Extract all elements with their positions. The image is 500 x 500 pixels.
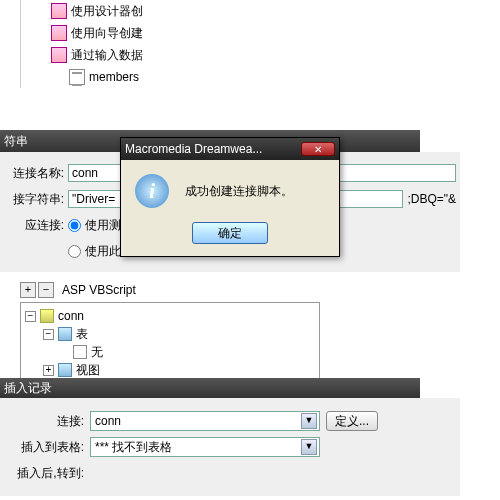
p4-conn-label: 连接: (4, 413, 84, 430)
conn-string-suffix: ;DBQ="& (407, 192, 456, 206)
conn-label: conn (58, 309, 84, 323)
should-connect-label: 应连接: (4, 217, 64, 234)
input-data-item[interactable]: 通过输入数据 (51, 44, 220, 66)
folder-icon (58, 327, 72, 341)
item-label: members (89, 70, 139, 84)
wizard-icon (51, 25, 67, 41)
close-icon[interactable]: ✕ (301, 142, 335, 156)
database-icon (40, 309, 54, 323)
db-objects-panel: 使用设计器创 使用向导创建 通过输入数据 members (20, 0, 220, 88)
use-test-radio[interactable] (68, 219, 81, 232)
radio1-label: 使用测 (85, 217, 121, 234)
collapse-icon[interactable]: − (25, 311, 36, 322)
chevron-down-icon[interactable]: ▼ (301, 439, 317, 455)
wizard-icon (51, 47, 67, 63)
radio2-label: 使用此 (85, 243, 121, 260)
tables-node[interactable]: −表 (43, 325, 315, 343)
tables-label: 表 (76, 326, 88, 343)
conn-string-label: 接字符串: (4, 191, 64, 208)
designer-create-item[interactable]: 使用设计器创 (51, 0, 220, 22)
none-label: 无 (91, 344, 103, 361)
chevron-down-icon[interactable]: ▼ (301, 413, 317, 429)
item-label: 使用设计器创 (71, 3, 143, 20)
folder-icon (58, 363, 72, 377)
insert-record-title: 插入记录 (0, 378, 420, 398)
use-this-radio[interactable] (68, 245, 81, 258)
expand-icon[interactable]: + (43, 365, 54, 376)
bindings-panel: + − ASP VBScript −conn −表 无 +视图 +预存过程 (20, 280, 320, 388)
collapse-icon[interactable]: − (43, 329, 54, 340)
none-node[interactable]: 无 (73, 343, 315, 361)
insert-record-form: 连接: conn▼ 定义... 插入到表格: *** 找不到表格▼ 插入后,转到… (0, 398, 460, 496)
conn-select-value: conn (95, 414, 121, 428)
views-node[interactable]: +视图 (43, 361, 315, 379)
ok-button[interactable]: 确定 (192, 222, 268, 244)
script-type-label: ASP VBScript (62, 283, 136, 297)
p4-table-label: 插入到表格: (4, 439, 84, 456)
conn-tree: −conn −表 无 +视图 +预存过程 (20, 302, 320, 388)
conn-node[interactable]: −conn (25, 307, 315, 325)
table-select-value: *** 找不到表格 (95, 439, 172, 456)
wizard-create-item[interactable]: 使用向导创建 (51, 22, 220, 44)
dialog-titlebar[interactable]: Macromedia Dreamwea... ✕ (121, 138, 339, 160)
table-members-item[interactable]: members (69, 66, 220, 88)
info-icon (135, 174, 169, 208)
table-select[interactable]: *** 找不到表格▼ (90, 437, 320, 457)
dialog-title: Macromedia Dreamwea... (125, 142, 262, 156)
views-label: 视图 (76, 362, 100, 379)
conn-select[interactable]: conn▼ (90, 411, 320, 431)
item-label: 使用向导创建 (71, 25, 143, 42)
sheet-icon (73, 345, 87, 359)
define-button[interactable]: 定义... (326, 411, 378, 431)
remove-button[interactable]: − (38, 282, 54, 298)
success-dialog: Macromedia Dreamwea... ✕ 成功创建连接脚本。 确定 (120, 137, 340, 257)
table-icon (69, 69, 85, 85)
dialog-message: 成功创建连接脚本。 (185, 183, 293, 200)
wizard-icon (51, 3, 67, 19)
add-button[interactable]: + (20, 282, 36, 298)
conn-name-label: 连接名称: (4, 165, 64, 182)
item-label: 通过输入数据 (71, 47, 143, 64)
p4-after-label: 插入后,转到: (4, 465, 84, 482)
